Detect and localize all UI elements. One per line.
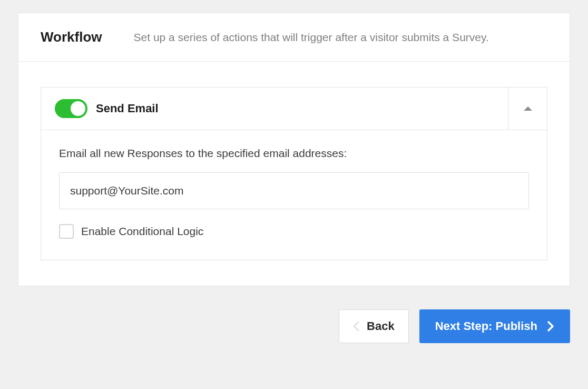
workflow-panel: Workflow Set up a series of actions that… xyxy=(18,13,570,286)
action-card: Send Email Email all new Responses to th… xyxy=(41,87,547,260)
send-email-toggle[interactable] xyxy=(55,99,87,118)
conditional-logic-label: Enable Conditional Logic xyxy=(81,225,203,238)
action-body: Email all new Responses to the specified… xyxy=(41,130,547,260)
chevron-left-icon xyxy=(353,321,359,332)
action-title: Send Email xyxy=(96,102,159,115)
footer-actions: Back Next Step: Publish xyxy=(18,309,570,343)
chevron-up-icon xyxy=(524,106,532,111)
panel-header: Workflow Set up a series of actions that… xyxy=(18,13,570,62)
conditional-logic-checkbox[interactable] xyxy=(59,224,74,239)
page-title: Workflow xyxy=(41,29,102,45)
toggle-knob xyxy=(71,101,85,116)
panel-body: Send Email Email all new Responses to th… xyxy=(18,62,570,286)
back-button[interactable]: Back xyxy=(339,309,409,343)
page-subtitle: Set up a series of actions that will tri… xyxy=(134,31,489,44)
conditional-logic-row: Enable Conditional Logic xyxy=(59,224,529,239)
collapse-button[interactable] xyxy=(508,87,547,130)
next-label: Next Step: Publish xyxy=(435,319,537,333)
action-description: Email all new Responses to the specified… xyxy=(59,147,529,160)
back-label: Back xyxy=(367,319,395,333)
email-addresses-input[interactable] xyxy=(59,172,529,209)
next-step-publish-button[interactable]: Next Step: Publish xyxy=(419,309,570,343)
action-header: Send Email xyxy=(41,87,547,130)
chevron-right-icon xyxy=(547,320,554,332)
